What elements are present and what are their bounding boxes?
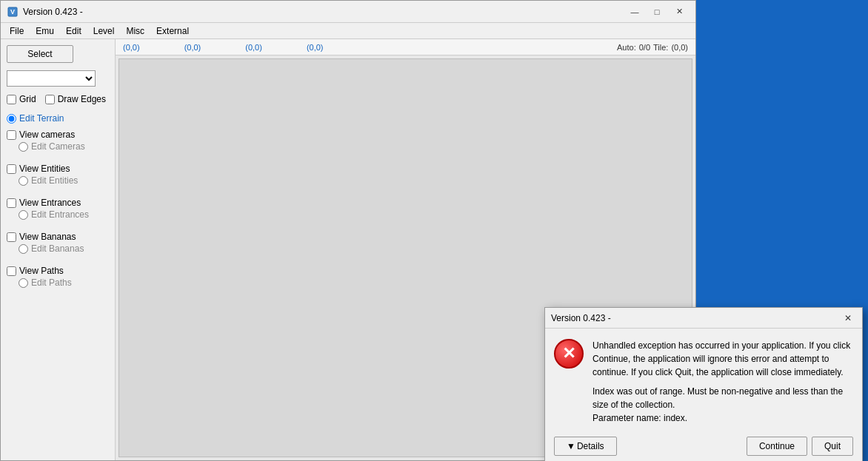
main-title-bar: V Version 0.423 - — □ ✕ [1,1,695,23]
view-bananas-label[interactable]: View Bananas [19,232,76,242]
grid-checkbox-row: Grid Draw Edges [7,94,109,104]
edit-terrain-radio[interactable] [7,114,16,124]
dialog-detail-message: Index was out of range. Must be non-nega… [592,385,853,425]
dialog-footer: ▼ Details Continue Quit [545,432,862,461]
dialog-title-text: Version 0.423 - [551,313,840,323]
continue-button[interactable]: Continue [747,437,807,456]
edit-entities-label[interactable]: Edit Entities [31,175,78,186]
view-entrances-checkbox[interactable] [7,198,16,208]
cameras-section: View cameras Edit Cameras [7,129,109,153]
paths-section: View Paths Edit Paths [7,266,109,289]
edit-cameras-row: Edit Cameras [19,141,109,152]
dialog-close-button[interactable]: ✕ [840,312,856,325]
main-title-text: Version 0.423 - [23,7,624,17]
tile-value: (0,0) [671,43,688,52]
bananas-section: View Bananas Edit Bananas [7,232,109,255]
ruler-right: Auto: 0/0 Tile: (0,0) [617,43,688,52]
details-button[interactable]: ▼ Details [554,437,617,456]
coord-0: (0,0) [123,43,140,52]
edit-terrain-row: Edit Terrain [7,113,109,124]
draw-edges-label[interactable]: Draw Edges [58,94,106,104]
menu-bar: File Emu Edit Level Misc External [1,23,695,39]
edit-cameras-radio[interactable] [19,142,28,152]
edit-entrances-radio[interactable] [19,210,28,220]
edit-paths-label[interactable]: Edit Paths [31,277,72,288]
menu-emu[interactable]: Emu [30,24,60,38]
quit-button[interactable]: Quit [812,437,853,456]
view-cameras-label[interactable]: View cameras [19,129,75,140]
view-bananas-checkbox[interactable] [7,232,16,242]
error-dialog: Version 0.423 - ✕ ✕ Unhandled exception … [544,307,863,461]
entrances-section: View Entrances Edit Entrances [7,198,109,221]
coord-1: (0,0) [184,43,201,52]
view-entities-row: View Entities [7,164,109,174]
menu-misc[interactable]: Misc [120,24,150,38]
dialog-main-message: Unhandled exception has occurred in your… [592,339,853,379]
edit-terrain-label[interactable]: Edit Terrain [19,113,64,124]
view-entities-checkbox[interactable] [7,164,16,174]
mode-dropdown[interactable] [7,70,96,87]
view-paths-checkbox[interactable] [7,266,16,276]
entities-section: View Entities Edit Entities [7,164,109,187]
select-button[interactable]: Select [7,45,73,63]
edit-cameras-label[interactable]: Edit Cameras [31,141,85,152]
view-cameras-row: View cameras [7,129,109,140]
dialog-message: Unhandled exception has occurred in your… [592,339,853,425]
minimize-button[interactable]: — [624,4,645,19]
edit-entities-row: Edit Entities [19,175,109,186]
sidebar: Select Grid Draw Edges Edit Terrain View… [1,39,116,460]
close-button[interactable]: ✕ [669,4,690,19]
view-paths-label[interactable]: View Paths [19,266,64,276]
dialog-title-bar: Version 0.423 - ✕ [545,308,862,329]
view-paths-row: View Paths [7,266,109,276]
edit-bananas-radio[interactable] [19,244,28,254]
edit-paths-row: Edit Paths [19,277,109,288]
view-entrances-label[interactable]: View Entrances [19,198,81,208]
grid-label[interactable]: Grid [19,94,36,104]
auto-label: Auto: [617,43,636,52]
details-label: Details [577,441,604,451]
coord-3: (0,0) [307,43,324,52]
draw-edges-checkbox[interactable] [45,95,55,104]
view-entrances-row: View Entrances [7,198,109,208]
edit-bananas-row: Edit Bananas [19,243,109,254]
svg-text:V: V [10,8,15,16]
dialog-body: ✕ Unhandled exception has occurred in yo… [545,329,862,432]
view-bananas-row: View Bananas [7,232,109,242]
edit-entrances-label[interactable]: Edit Entrances [31,209,89,220]
grid-checkbox[interactable] [7,95,16,104]
view-entities-label[interactable]: View Entities [19,164,70,174]
title-bar-controls: — □ ✕ [624,4,690,19]
menu-external[interactable]: External [150,24,195,38]
view-cameras-checkbox[interactable] [7,130,16,140]
dropdown-arrow-icon: ▼ [567,441,575,451]
edit-entrances-row: Edit Entrances [19,209,109,220]
tile-label: Tile: [653,43,668,52]
auto-value: 0/0 [639,43,650,52]
edit-bananas-label[interactable]: Edit Bananas [31,243,84,254]
maximize-button[interactable]: □ [647,4,667,19]
edit-paths-radio[interactable] [19,278,28,288]
coord-2: (0,0) [245,43,262,52]
menu-level[interactable]: Level [87,24,121,38]
menu-edit[interactable]: Edit [60,24,87,38]
ruler-bar: (0,0) (0,0) (0,0) (0,0) Auto: 0/0 Tile: … [116,39,695,55]
error-icon: ✕ [554,339,584,369]
menu-file[interactable]: File [4,24,30,38]
edit-entities-radio[interactable] [19,176,28,186]
app-icon: V [7,6,19,18]
